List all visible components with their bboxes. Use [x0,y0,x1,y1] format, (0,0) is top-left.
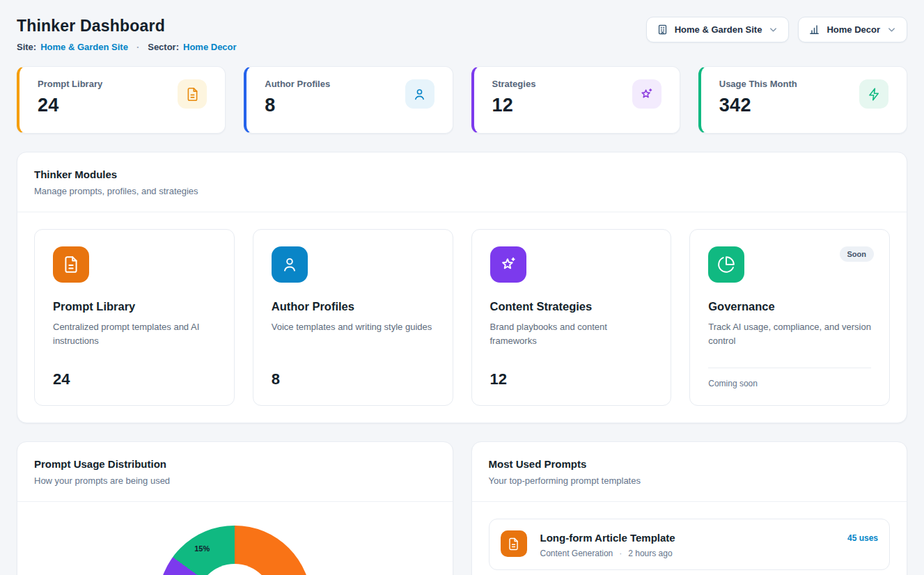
prompt-title: Long-form Article Template [540,532,834,544]
most-used-prompts-header: Most Used Prompts Your top-performing pr… [472,442,907,502]
most-used-prompts-panel: Most Used Prompts Your top-performing pr… [471,441,908,575]
header-left: Thinker Dashboard Site: Home & Garden Si… [17,17,237,52]
bar-chart-icon [808,24,820,36]
site-selector[interactable]: Home & Garden Site [646,17,790,42]
site-selector-label: Home & Garden Site [675,24,762,35]
panel-subtitle: Manage prompts, profiles, and strategies [34,186,890,196]
prompt-time: 2 hours ago [628,549,672,558]
sector-selector[interactable]: Home Decor [798,17,907,42]
stat-label: Usage This Month [719,79,797,89]
stat-text: Author Profiles 8 [265,79,330,116]
module-card-prompt-library[interactable]: Prompt Library Centralized prompt templa… [34,229,235,406]
stat-label: Prompt Library [38,79,102,89]
module-title: Author Profiles [272,300,434,313]
module-card-governance[interactable]: Soon Governance Track AI usage, complian… [689,229,890,406]
prompt-info: Long-form Article Template Content Gener… [540,530,834,558]
sector-link[interactable]: Home Decor [183,42,237,52]
user-icon [272,246,308,283]
zap-icon [859,79,888,109]
sector-selector-label: Home Decor [827,24,880,35]
module-description: Track AI usage, compliance, and version … [708,320,871,348]
panel-title: Most Used Prompts [489,458,891,470]
site-link[interactable]: Home & Garden Site [40,42,128,52]
header-selectors: Home & Garden Site Home Decor [646,17,907,42]
module-count: 12 [490,370,653,388]
prompt-uses-badge: 45 uses [847,533,878,543]
module-description: Voice templates and writing style guides [272,320,434,334]
meta-separator: · [619,549,622,558]
stat-text: Usage This Month 342 [719,79,797,116]
donut-segment-label: 15% [194,544,210,553]
usage-distribution-panel: Prompt Usage Distribution How your promp… [17,441,453,575]
panel-subtitle: Your top-performing prompt templates [489,475,891,486]
thinker-modules-panel: Thinker Modules Manage prompts, profiles… [17,152,907,423]
bottom-row: Prompt Usage Distribution How your promp… [17,441,907,575]
donut-chart-wrap: 15% [158,526,311,575]
file-text-icon [53,246,89,283]
stat-value: 12 [492,95,536,116]
stat-value: 342 [719,95,797,116]
stat-card-author-profiles: Author Profiles 8 [244,66,453,134]
thinker-modules-header: Thinker Modules Manage prompts, profiles… [17,152,907,212]
modules-grid: Prompt Library Centralized prompt templa… [17,212,907,423]
building-icon [657,24,668,36]
file-text-icon [501,530,527,557]
module-title: Prompt Library [53,300,216,313]
module-count: 8 [272,370,434,388]
page-title: Thinker Dashboard [17,17,237,36]
panel-subtitle: How your prompts are being used [34,475,436,486]
sector-label: Sector: [148,42,179,52]
stat-text: Prompt Library 24 [38,79,102,116]
stat-label: Author Profiles [265,79,330,89]
usage-distribution-header: Prompt Usage Distribution How your promp… [17,442,453,502]
stat-card-prompt-library: Prompt Library 24 [17,66,226,134]
module-title: Governance [708,300,871,313]
stat-card-usage: Usage This Month 342 [698,66,907,134]
stats-row: Prompt Library 24 Author Profiles 8 Stra… [17,66,907,134]
stat-text: Strategies 12 [492,79,536,116]
stat-value: 8 [265,95,330,116]
chart-body: 15% [17,502,453,575]
header: Thinker Dashboard Site: Home & Garden Si… [17,17,907,52]
prompt-meta: Content Generation · 2 hours ago [540,549,834,558]
stat-label: Strategies [492,79,536,89]
stat-card-strategies: Strategies 12 [471,66,680,134]
pie-chart-icon [708,246,744,283]
prompt-list-item[interactable]: Long-form Article Template Content Gener… [489,519,891,570]
sparkle-star-icon [632,79,661,109]
sparkle-star-icon [490,246,526,283]
chevron-down-icon [886,24,897,35]
module-card-content-strategies[interactable]: Content Strategies Brand playbooks and c… [471,229,672,406]
stat-value: 24 [38,95,102,116]
prompts-list: Long-form Article Template Content Gener… [472,502,907,575]
module-title: Content Strategies [490,300,653,313]
prompt-category: Content Generation [540,549,613,558]
panel-title: Thinker Modules [34,168,890,180]
breadcrumb: Site: Home & Garden Site · Sector: Home … [17,42,237,52]
site-label: Site: [17,42,36,52]
panel-title: Prompt Usage Distribution [34,458,436,470]
module-description: Brand playbooks and content frameworks [490,320,653,348]
chevron-down-icon [768,24,778,35]
module-count: 24 [53,370,216,388]
meta-separator: · [136,42,139,52]
soon-badge: Soon [840,246,875,262]
coming-soon-text: Coming soon [708,368,871,388]
module-description: Centralized prompt templates and AI inst… [53,320,216,348]
file-text-icon [178,79,207,109]
module-card-author-profiles[interactable]: Author Profiles Voice templates and writ… [253,229,453,406]
user-icon [405,79,434,109]
dashboard-page: Thinker Dashboard Site: Home & Garden Si… [0,0,924,575]
